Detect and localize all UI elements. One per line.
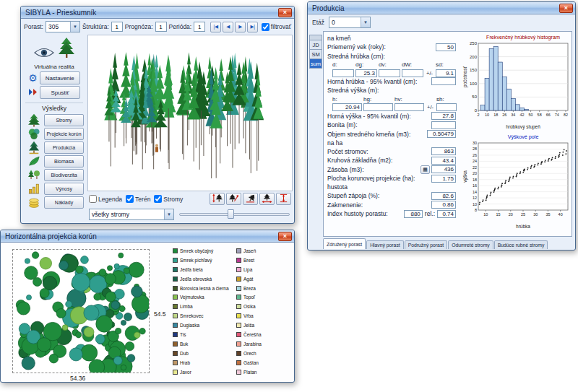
sh-input[interactable] xyxy=(436,103,457,111)
sidebar-button-stromy[interactable]: Stromy xyxy=(44,114,84,126)
legenda-checkbox-label[interactable]: Legenda xyxy=(89,195,122,203)
perioda-input[interactable] xyxy=(194,22,205,32)
species-tab-jd[interactable]: JD xyxy=(309,40,322,50)
species-legend-column-2: JaseňBrestLipaAgátBrezaTopoľOsikaVŕbaJel… xyxy=(236,246,262,376)
svg-text:30: 30 xyxy=(533,212,538,217)
legend-item-osika: Osika xyxy=(236,302,262,311)
svg-text:20: 20 xyxy=(472,171,476,175)
hv-input[interactable] xyxy=(394,103,424,111)
horna-vyska-input[interactable] xyxy=(431,112,456,120)
tree-filter-combobox[interactable]: všetky stromy ▼ xyxy=(89,209,174,220)
dg-input[interactable] xyxy=(355,69,377,77)
struktura-input[interactable] xyxy=(111,22,123,32)
dropdown-arrow-icon[interactable]: ▼ xyxy=(361,17,370,27)
species-name: Jelša xyxy=(243,323,254,328)
crown-width-tool-button[interactable] xyxy=(259,193,275,205)
zapoj-input[interactable] xyxy=(431,192,456,200)
close-icon[interactable]: × xyxy=(278,232,292,241)
zasoba-input[interactable] xyxy=(431,165,456,173)
stand-tab-zdruzeny-porast[interactable]: Združený porast xyxy=(323,238,366,249)
index-input[interactable] xyxy=(404,210,423,218)
sidebar-button-biodiverzita[interactable]: Biodiverzita xyxy=(44,169,84,181)
diameter-column-labels: d: dg: dv: dW: sd: xyxy=(324,61,460,69)
struktura-label: Štruktúra: xyxy=(82,23,109,30)
fell-tree-tool-button[interactable] xyxy=(243,193,258,205)
previous-record-button[interactable]: ◀ xyxy=(223,22,233,32)
etaz-combobox[interactable]: 0 ▼ xyxy=(329,17,371,28)
slider-track[interactable] xyxy=(179,213,290,216)
rel-input[interactable] xyxy=(437,210,456,218)
stromy-checkbox-label[interactable]: Stromy xyxy=(154,195,183,203)
dw-input[interactable] xyxy=(402,69,423,77)
svg-text:20: 20 xyxy=(508,212,512,217)
plocha-input[interactable] xyxy=(431,175,456,183)
view-rotation-slider[interactable] xyxy=(178,209,291,219)
produkcia-titlebar[interactable]: Produkcia × xyxy=(308,2,575,14)
stand-tab-buduce-rubne-stromy[interactable]: Budúce rubné stromy xyxy=(494,240,548,249)
objem-input[interactable] xyxy=(427,130,456,138)
vek-input[interactable] xyxy=(436,43,456,51)
sidebar-button-produkcia[interactable]: Produkcia xyxy=(44,141,84,154)
species-tab-sm[interactable]: SM xyxy=(309,50,322,59)
prognoza-input[interactable] xyxy=(155,22,167,32)
explorer-titlebar[interactable]: SIBYLA - Prieskumník × xyxy=(21,6,294,19)
height-range-tool-button[interactable] xyxy=(276,193,291,205)
pocet-input[interactable] xyxy=(431,147,456,155)
results-row-produkcia: Produkcia xyxy=(22,141,86,154)
legend-item-dub: Dub xyxy=(173,349,229,358)
porast-combobox[interactable]: 305 ▼ xyxy=(46,21,80,32)
dv-input[interactable] xyxy=(379,69,400,77)
zasoba-detail-button[interactable]: ▦ xyxy=(420,165,430,174)
h-input[interactable] xyxy=(332,103,362,111)
legend-item-platan: Platan xyxy=(236,367,262,377)
stand-tab-hlavny-porast[interactable]: Hlavný porast xyxy=(366,240,404,249)
plus-minus-label: +/- xyxy=(425,70,434,77)
bonita-input[interactable] xyxy=(431,121,456,129)
species-name: Vŕba xyxy=(243,313,254,318)
dropdown-arrow-icon[interactable]: ▼ xyxy=(70,22,79,32)
stand-tab-odumrete-stromy[interactable]: Odumreté stromy xyxy=(448,240,493,249)
sidebar-button-naklady[interactable]: Náklady xyxy=(44,196,84,209)
lean-tree-tool-button[interactable] xyxy=(226,193,241,205)
sidebar-button-projekcie-korun[interactable]: Projekcie korún xyxy=(44,128,84,140)
vr-tree-icon xyxy=(57,36,76,62)
filter-checkbox[interactable] xyxy=(262,23,269,31)
dropdown-arrow-icon[interactable]: ▼ xyxy=(164,209,173,219)
legenda-checkbox[interactable] xyxy=(89,195,97,203)
spustit-button[interactable]: Spustiť xyxy=(40,86,80,99)
height-column-labels: h: hg: hv: sh: xyxy=(324,95,460,104)
legend-item-limba: Limba xyxy=(173,302,229,311)
kruhova-input[interactable] xyxy=(431,157,456,165)
horna-hruba-input[interactable] xyxy=(431,77,456,85)
species-color-swatch xyxy=(173,351,178,356)
horna-vyska-label: Horná výška - 95% kvantil (m): xyxy=(327,113,431,120)
legend-item-lipa: Lipa xyxy=(236,265,262,274)
slider-thumb[interactable] xyxy=(228,209,234,219)
species-tab-sum[interactable]: sum xyxy=(309,59,322,69)
zakmenenie-input[interactable] xyxy=(431,201,456,209)
stand-tab-podruzny-porast[interactable]: Podružný porast xyxy=(405,240,448,249)
projekcia-titlebar[interactable]: Horizontálna projekcia korún × xyxy=(1,230,294,243)
first-record-button[interactable]: |◀ xyxy=(210,22,221,32)
stromy-checkbox[interactable] xyxy=(154,195,162,203)
nastavenie-button[interactable]: Nastavenie xyxy=(40,71,80,84)
sd-input[interactable] xyxy=(436,69,456,77)
species-name: Jarabina xyxy=(243,341,262,347)
forest-3d-viewport[interactable] xyxy=(87,35,293,191)
legend-item-duglaska: Duglaska xyxy=(173,321,229,330)
sidebar-button-biomasa[interactable]: Biomasa xyxy=(44,155,84,167)
close-icon[interactable]: × xyxy=(278,8,292,17)
species-color-swatch xyxy=(236,276,241,282)
explorer-sidebar: Virtuálna realita ⚙ Nastavenie Spustiť V… xyxy=(22,35,86,222)
close-icon[interactable]: × xyxy=(559,4,573,13)
teren-checkbox-label[interactable]: Terén xyxy=(126,195,150,203)
tree-filter-row: všetky stromy ▼ xyxy=(87,206,293,222)
teren-checkbox[interactable] xyxy=(126,195,134,203)
filter-checkbox-label[interactable]: filtrovať xyxy=(262,23,291,31)
last-record-button[interactable]: ▶| xyxy=(247,22,258,32)
hg-input[interactable] xyxy=(363,103,393,111)
next-record-button[interactable]: ▶ xyxy=(235,22,246,32)
d-input[interactable] xyxy=(332,69,354,77)
sidebar-button-vynosy[interactable]: Výnosy xyxy=(44,183,84,195)
move-tree-tool-button[interactable] xyxy=(210,193,225,205)
